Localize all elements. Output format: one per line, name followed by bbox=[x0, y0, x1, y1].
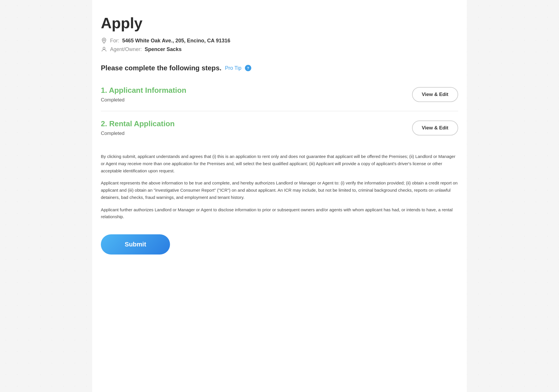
address-value: 5465 White Oak Ave., 205, Encino, CA 913… bbox=[122, 38, 230, 44]
agent-row: Agent/Owner: Spencer Sacks bbox=[101, 46, 458, 52]
address-row: For: 5465 White Oak Ave., 205, Encino, C… bbox=[101, 37, 458, 44]
step-1-content: 1. Applicant Information Completed bbox=[101, 86, 412, 103]
page-title: Apply bbox=[101, 14, 458, 32]
person-icon bbox=[101, 46, 107, 52]
step-2-content: 2. Rental Application Completed bbox=[101, 119, 412, 136]
legal-paragraph-1: By clicking submit, applicant understand… bbox=[101, 153, 458, 174]
svg-point-0 bbox=[103, 39, 105, 41]
agent-value: Spencer Sacks bbox=[145, 46, 182, 52]
svg-point-1 bbox=[103, 47, 105, 49]
pro-tip-icon[interactable]: ? bbox=[245, 65, 251, 71]
legal-paragraph-3: Applicant further authorizes Landlord or… bbox=[101, 206, 458, 221]
step-1-section: 1. Applicant Information Completed View … bbox=[101, 78, 458, 111]
submit-button[interactable]: Submit bbox=[101, 234, 170, 255]
pro-tip-link[interactable]: Pro Tip bbox=[225, 65, 241, 71]
step-2-section: 2. Rental Application Completed View & E… bbox=[101, 111, 458, 144]
step-1-status: Completed bbox=[101, 97, 412, 103]
for-label: For: bbox=[110, 38, 119, 44]
legal-text-block: By clicking submit, applicant understand… bbox=[101, 153, 458, 220]
step-2-title: 2. Rental Application bbox=[101, 119, 412, 128]
legal-paragraph-2: Applicant represents the above informati… bbox=[101, 180, 458, 201]
location-icon bbox=[101, 37, 107, 44]
step-1-view-edit-button[interactable]: View & Edit bbox=[412, 87, 458, 102]
step-1-title: 1. Applicant Information bbox=[101, 86, 412, 95]
step-2-status: Completed bbox=[101, 131, 412, 136]
steps-heading: Please complete the following steps. Pro… bbox=[101, 64, 458, 72]
step-2-view-edit-button[interactable]: View & Edit bbox=[412, 120, 458, 135]
agent-label: Agent/Owner: bbox=[110, 46, 142, 52]
meta-info: For: 5465 White Oak Ave., 205, Encino, C… bbox=[101, 37, 458, 52]
steps-heading-text: Please complete the following steps. bbox=[101, 64, 222, 72]
